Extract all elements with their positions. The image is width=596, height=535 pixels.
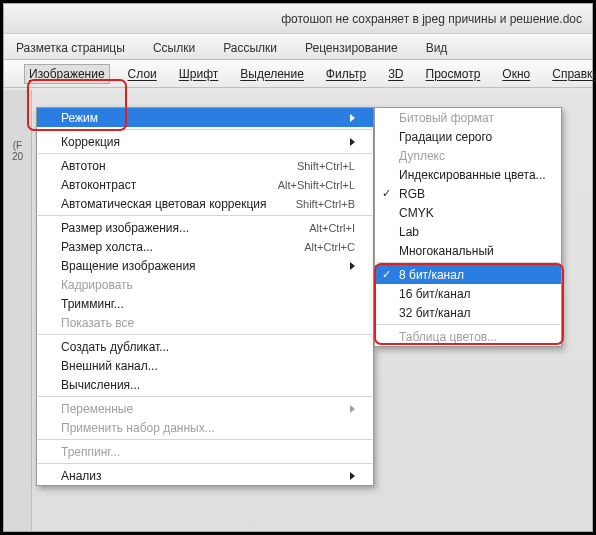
menu-filter[interactable]: Фильтр <box>322 65 370 83</box>
mode-8bit[interactable]: 8 бит/канал <box>375 265 561 284</box>
menu-item-variables: Переменные <box>37 399 373 418</box>
menu-window[interactable]: Окно <box>498 65 534 83</box>
menu-item-apply-dataset: Применить набор данных... <box>37 418 373 437</box>
mode-16bit[interactable]: 16 бит/канал <box>375 284 561 303</box>
menu-label: Кадрировать <box>61 278 133 292</box>
tab-page-layout[interactable]: Разметка страницы <box>12 38 129 59</box>
menu-item-trap: Треппинг... <box>37 442 373 461</box>
separator <box>38 463 372 464</box>
mode-multichannel[interactable]: Многоканальный <box>375 241 561 260</box>
menu-label: Режим <box>61 111 98 125</box>
menu-label: Применить набор данных... <box>61 421 215 435</box>
mode-bitmap: Битовый формат <box>375 108 561 127</box>
menu-label: Градации серого <box>399 130 492 144</box>
tab-view[interactable]: Вид <box>422 38 452 59</box>
submenu-arrow-icon <box>350 472 355 480</box>
mode-grayscale[interactable]: Градации серого <box>375 127 561 146</box>
mode-32bit[interactable]: 32 бит/канал <box>375 303 561 322</box>
separator <box>38 153 372 154</box>
menu-item-apply-image[interactable]: Внешний канал... <box>37 356 373 375</box>
menu-label: 8 бит/канал <box>399 268 464 282</box>
shortcut: Alt+Ctrl+I <box>309 222 355 234</box>
menu-item-calculations[interactable]: Вычисления... <box>37 375 373 394</box>
menu-label: Дуплекс <box>399 149 445 163</box>
menu-label: Анализ <box>61 469 102 483</box>
shortcut: Shift+Ctrl+B <box>296 198 355 210</box>
menu-view[interactable]: Просмотр <box>422 65 485 83</box>
menu-layers[interactable]: Слои <box>124 65 161 83</box>
menu-label: Размер изображения... <box>61 221 189 235</box>
menu-label: 16 бит/канал <box>399 287 471 301</box>
menu-item-autotone[interactable]: Автотон Shift+Ctrl+L <box>37 156 373 175</box>
menu-image[interactable]: Изображение <box>24 64 110 84</box>
menu-item-rotate[interactable]: Вращение изображения <box>37 256 373 275</box>
menu-label: RGB <box>399 187 425 201</box>
menu-label: Треппинг... <box>61 445 120 459</box>
app-window: фотошоп не сохраняет в jpeg причины и ре… <box>3 3 593 532</box>
separator <box>376 262 560 263</box>
menu-label: Многоканальный <box>399 244 494 258</box>
separator <box>38 439 372 440</box>
mode-indexed[interactable]: Индексированные цвета... <box>375 165 561 184</box>
separator <box>38 129 372 130</box>
menu-item-analysis[interactable]: Анализ <box>37 466 373 485</box>
menu-item-autocontrast[interactable]: Автоконтраст Alt+Shift+Ctrl+L <box>37 175 373 194</box>
menu-item-reveal-all: Показать все <box>37 313 373 332</box>
tab-review[interactable]: Рецензирование <box>301 38 402 59</box>
shortcut: Alt+Ctrl+C <box>304 241 355 253</box>
submenu-arrow-icon <box>350 405 355 413</box>
mode-cmyk[interactable]: CMYK <box>375 203 561 222</box>
menubar: Изображение Слои Шрифт Выделение Фильтр … <box>4 60 592 88</box>
menu-help[interactable]: Справка <box>548 65 596 83</box>
left-text-b: 20 <box>4 151 31 162</box>
menu-label: Переменные <box>61 402 133 416</box>
separator <box>38 334 372 335</box>
separator <box>38 215 372 216</box>
mode-rgb[interactable]: RGB <box>375 184 561 203</box>
tab-links[interactable]: Ссылки <box>149 38 199 59</box>
tab-mailings[interactable]: Рассылки <box>219 38 281 59</box>
menu-item-autocolor[interactable]: Автоматическая цветовая коррекция Shift+… <box>37 194 373 213</box>
menu-label: Lab <box>399 225 419 239</box>
shortcut: Shift+Ctrl+L <box>297 160 355 172</box>
menu-label: CMYK <box>399 206 434 220</box>
shortcut: Alt+Shift+Ctrl+L <box>278 179 355 191</box>
menu-label: Коррекция <box>61 135 120 149</box>
menu-item-image-size[interactable]: Размер изображения... Alt+Ctrl+I <box>37 218 373 237</box>
menu-3d[interactable]: 3D <box>384 65 407 83</box>
titlebar: фотошоп не сохраняет в jpeg причины и ре… <box>4 4 592 34</box>
menu-label: Автоконтраст <box>61 178 136 192</box>
submenu-arrow-icon <box>350 114 355 122</box>
separator <box>38 396 372 397</box>
menu-item-canvas-size[interactable]: Размер холста... Alt+Ctrl+C <box>37 237 373 256</box>
menu-label: Внешний канал... <box>61 359 158 373</box>
menu-label: Вращение изображения <box>61 259 196 273</box>
mode-color-table: Таблица цветов... <box>375 327 561 346</box>
menu-label: Автоматическая цветовая коррекция <box>61 197 267 211</box>
mode-submenu: Битовый формат Градации серого Дуплекс И… <box>374 107 562 347</box>
mode-duotone: Дуплекс <box>375 146 561 165</box>
menu-label: Битовый формат <box>399 111 494 125</box>
menu-label: Размер холста... <box>61 240 153 254</box>
menu-item-duplicate[interactable]: Создать дубликат... <box>37 337 373 356</box>
menu-label: Тримминг... <box>61 297 124 311</box>
menu-label: Вычисления... <box>61 378 140 392</box>
menu-type[interactable]: Шрифт <box>175 65 222 83</box>
left-panel: (F 20 <box>4 90 32 531</box>
mode-lab[interactable]: Lab <box>375 222 561 241</box>
menu-item-crop: Кадрировать <box>37 275 373 294</box>
image-menu-dropdown: Режим Коррекция Автотон Shift+Ctrl+L Авт… <box>36 107 374 486</box>
menu-label: Таблица цветов... <box>399 330 497 344</box>
menu-select[interactable]: Выделение <box>236 65 308 83</box>
menu-item-mode[interactable]: Режим <box>37 108 373 127</box>
menu-item-adjustments[interactable]: Коррекция <box>37 132 373 151</box>
separator <box>376 324 560 325</box>
submenu-arrow-icon <box>350 262 355 270</box>
menu-label: 32 бит/канал <box>399 306 471 320</box>
menu-label: Создать дубликат... <box>61 340 169 354</box>
menu-label: Автотон <box>61 159 106 173</box>
ribbon-tabs: Разметка страницы Ссылки Рассылки Реценз… <box>4 34 592 60</box>
menu-label: Индексированные цвета... <box>399 168 546 182</box>
menu-item-trim[interactable]: Тримминг... <box>37 294 373 313</box>
left-text-a: (F <box>4 140 31 151</box>
